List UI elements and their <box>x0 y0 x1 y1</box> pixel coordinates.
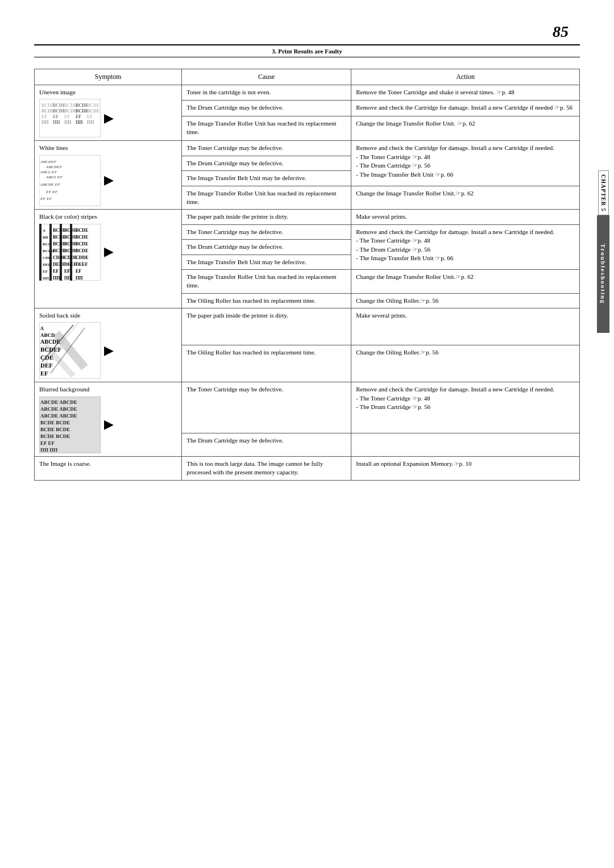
cause-cell: Toner in the cartridge is not even. <box>182 85 351 101</box>
page-wrapper: 85 3. Print Results are Faulty CHAPTER 5… <box>0 0 614 868</box>
stripes-image-svg: A BB BCC BCCD CDE DEF EF ΠΠ BCDE BCDE BC… <box>39 224 101 281</box>
symptom-cell-coarse: The Image is coarse. <box>35 456 182 480</box>
action-cell: Change the Oiling Roller.☞p. 56 <box>351 293 580 308</box>
image-block-blurred: ABCDE ABCDE ABCDE ABCDE ABCDE ABCDE BCDE… <box>39 397 177 453</box>
svg-text:BCDE: BCDE <box>76 248 88 253</box>
chapter-label: CHAPTER 5 <box>598 170 609 215</box>
svg-text:BCDE: BCDE <box>64 248 77 253</box>
svg-text:BB: BB <box>43 235 48 240</box>
cause-cell: The Oiling Roller has reached its replac… <box>182 345 351 382</box>
svg-text:ΠΠ: ΠΠ <box>87 120 94 125</box>
image-block-white-lines: ABCDEF ABCDEF ABCL EF ABCL EF ABCDE EF E… <box>39 155 177 206</box>
troubleshoot-label: Troubleshooting <box>597 215 609 333</box>
svg-text:BCDE: BCDE <box>42 108 54 114</box>
svg-text:ΠΠ: ΠΠ <box>43 276 49 281</box>
cause-cell: The paper path inside the printer is dir… <box>182 210 351 224</box>
arrow-icon: ▶ <box>104 416 114 433</box>
arrow-icon: ▶ <box>104 342 114 360</box>
symptom-label: The Image is coarse. <box>39 460 177 468</box>
cause-cell: The Image Transfer Roller Unit has reach… <box>182 186 351 210</box>
svg-text:DEEF: DEEF <box>76 262 88 267</box>
action-cell: Install an optional Expansion Memory.☞p.… <box>351 456 580 480</box>
svg-text:BCDE: BCDE <box>87 103 99 108</box>
symptom-cell-blurred: Blurred background ABCDE ABCDE ABCDE ABC… <box>35 382 182 456</box>
table-row: Blurred background ABCDE ABCDE ABCDE ABC… <box>35 382 580 433</box>
svg-text:EF: EF <box>87 114 93 119</box>
svg-text:BCDE: BCDE <box>64 235 77 240</box>
action-cell: Change the Image Transfer Roller Unit.☞p… <box>351 186 580 210</box>
cause-cell: The Drum Cartridge may be defective. <box>182 240 351 254</box>
cause-cell: The Toner Cartridge may be defective. <box>182 141 351 156</box>
white-lines-image-svg: ABCDEF ABCDEF ABCL EF ABCL EF ABCDE EF E… <box>39 155 101 206</box>
table-row: The Image is coarse. This is too much la… <box>35 456 580 480</box>
svg-text:EF EF: EF EF <box>45 190 58 194</box>
table-row: Soiled back side A ABCD ABCDE BCDEF <box>35 308 580 345</box>
svg-text:BCDE: BCDE <box>87 108 99 114</box>
symptom-cell-stripes: Black (or color) stripes A BB <box>35 210 182 308</box>
cause-cell: This is too much large data. The image c… <box>182 456 351 480</box>
arrow-icon: ▶ <box>104 110 114 127</box>
svg-text:EF: EF <box>64 114 70 119</box>
svg-text:DEEF: DEEF <box>53 262 65 267</box>
svg-text:CDDE: CDDE <box>76 255 89 260</box>
action-cell: Remove and check the Cartridge for damag… <box>351 382 580 433</box>
action-cell: Change the Oiling Roller.☞p. 56 <box>351 345 580 382</box>
svg-text:CDE: CDE <box>43 256 51 260</box>
svg-text:BCDE: BCDE <box>76 108 88 114</box>
svg-text:ΠΠ: ΠΠ <box>64 120 72 125</box>
cause-cell: The paper path inside the printer is dir… <box>182 308 351 345</box>
svg-rect-26 <box>39 180 101 181</box>
svg-text:ΠΠ: ΠΠ <box>64 276 72 281</box>
svg-text:BCCD: BCCD <box>43 249 54 253</box>
symptom-label: Uneven image <box>39 88 177 97</box>
action-cell: Remove and check the Cartridge for damag… <box>351 141 580 186</box>
cause-cell: The Toner Cartridge may be defective. <box>182 224 351 239</box>
action-cell: Change the Image Transfer Roller Unit. ☞… <box>351 116 580 140</box>
svg-text:BCDE: BCDE <box>64 228 77 233</box>
svg-text:EF EF: EF EF <box>40 197 52 201</box>
cause-cell: The Image Transfer Belt Unit may be defe… <box>182 254 351 269</box>
svg-text:EF: EF <box>43 269 48 274</box>
blurred-image-svg: ABCDE ABCDE ABCDE ABCDE ABCDE ABCDE BCDE… <box>39 397 101 453</box>
svg-text:BCDE: BCDE <box>53 103 65 108</box>
svg-text:ΠΠ: ΠΠ <box>53 276 60 281</box>
image-block-soiled: A ABCD ABCDE BCDEF CDE DEF EF <box>39 322 177 379</box>
action-cell: Make several prints. <box>351 210 580 224</box>
svg-text:ABCL EF: ABCL EF <box>45 175 63 180</box>
svg-text:BCDE: BCDE <box>53 108 65 114</box>
svg-text:ΠΠ    ΠΠ: ΠΠ ΠΠ <box>40 447 57 453</box>
svg-text:BCDE: BCDE <box>76 241 88 247</box>
svg-text:ABCDE ABCDE: ABCDE ABCDE <box>40 399 77 405</box>
svg-text:EF: EF <box>76 269 81 274</box>
svg-text:ABCD: ABCD <box>40 332 55 338</box>
svg-text:ABCDEF: ABCDEF <box>45 165 63 169</box>
symptom-label: Black (or color) stripes <box>39 212 177 221</box>
svg-text:ABCL EF: ABCL EF <box>40 170 57 174</box>
cause-cell: The Oiling Roller has reached its replac… <box>182 293 351 308</box>
header-symptom: Symptom <box>35 69 182 85</box>
symptom-cell-soiled: Soiled back side A ABCD ABCDE BCDEF <box>35 308 182 382</box>
svg-text:EF    EF: EF EF <box>40 440 55 446</box>
svg-text:ABCDE ABCDE: ABCDE ABCDE <box>40 406 77 412</box>
symptom-label: Soiled back side <box>39 311 177 320</box>
side-chapter-block: CHAPTER 5 Troubleshooting <box>597 170 609 333</box>
svg-text:ΠΠ: ΠΠ <box>53 120 60 125</box>
arrow-icon: ▶ <box>104 243 114 261</box>
cause-cell: The Image Transfer Roller Unit has reach… <box>182 116 351 140</box>
svg-text:BCDE: BCDE <box>64 103 77 108</box>
action-cell: Remove and check the Cartridge for damag… <box>351 101 580 116</box>
svg-text:A: A <box>40 326 44 331</box>
table-row: White lines ABCDEF ABCDEF ABCL EF ABCL E… <box>35 141 580 156</box>
svg-text:BCDE  BCDE: BCDE BCDE <box>40 420 70 425</box>
action-cell: Make several prints. <box>351 308 580 345</box>
svg-rect-30 <box>39 194 101 196</box>
svg-text:ΠΠ: ΠΠ <box>76 120 83 125</box>
header-cause: Cause <box>182 69 351 85</box>
svg-text:DEF: DEF <box>43 262 51 267</box>
action-cell: Remove and check the Cartridge for damag… <box>351 224 580 269</box>
action-cell: Change the Image Transfer Roller Unit.☞p… <box>351 269 580 293</box>
svg-text:BCDE: BCDE <box>76 103 88 108</box>
soiled-image-svg: A ABCD ABCDE BCDEF CDE DEF EF <box>39 322 101 379</box>
section-title: 3. Print Results are Faulty <box>34 44 580 57</box>
table-row: Black (or color) stripes A BB <box>35 210 580 224</box>
